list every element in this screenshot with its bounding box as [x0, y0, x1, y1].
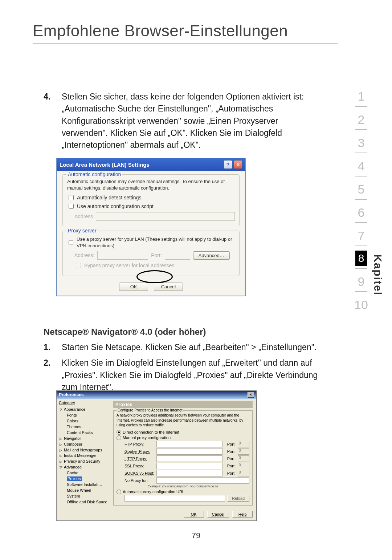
example-text: Example: yourcompany.com, yourcompany.co…	[117, 484, 249, 488]
step-text: Klicken Sie im Dialogfeld Einstellungen …	[62, 358, 318, 392]
dialog-title: Preferences	[59, 392, 84, 397]
port-input[interactable]: 0	[238, 441, 249, 447]
help-icon[interactable]: ?	[224, 160, 232, 169]
chapter-nav-item[interactable]: 5	[352, 176, 370, 199]
reload-button[interactable]: Reload	[227, 495, 249, 502]
port-label: Port:	[225, 442, 236, 446]
chapter-nav-item[interactable]: 9	[352, 269, 370, 291]
radio-auto[interactable]: Automatic proxy configuration URL:	[117, 490, 249, 494]
tree-node[interactable]: Mail and Newsgroups	[64, 448, 102, 452]
chapter-nav-item[interactable]: 6	[352, 200, 370, 222]
tree-node[interactable]: Colors	[59, 418, 110, 424]
port-label: Port:	[225, 449, 236, 454]
ok-button[interactable]: OK	[119, 283, 148, 291]
tree-node[interactable]: Instant Messenger	[64, 453, 97, 458]
tree-node[interactable]: Fonts	[59, 413, 110, 418]
proxy-label: SOCKS v5 Host:	[124, 471, 154, 475]
tree-node[interactable]: Appearance	[64, 407, 85, 411]
chapter-nav-item[interactable]: 2	[352, 107, 370, 129]
tree-node[interactable]: Proxies	[59, 476, 110, 482]
netscape-heading: Netscape® Navigator® 4.0 (oder höher)	[44, 327, 206, 337]
help-button[interactable]: Help	[232, 511, 253, 518]
list-item: 2.Klicken Sie im Dialogfeld Einstellunge…	[44, 357, 319, 393]
auto-url-input[interactable]	[124, 495, 225, 502]
cancel-button[interactable]: Cancel	[154, 283, 183, 291]
auto-script-checkbox[interactable]: Use automatic configuration script	[67, 203, 235, 210]
step-number: 4.	[44, 91, 50, 103]
proxy-host-input[interactable]	[156, 470, 222, 476]
chapter-nav-item[interactable]: 7	[352, 223, 370, 245]
proxy-address-input	[97, 251, 148, 260]
proxy-host-input[interactable]	[156, 441, 222, 447]
proxy-port-input	[165, 251, 190, 260]
chapter-nav-item[interactable]: 10	[352, 292, 370, 315]
proxy-host-input[interactable]	[156, 463, 222, 469]
port-label: Port:	[225, 456, 236, 461]
chapter-nav-item[interactable]: 8	[355, 251, 367, 266]
auto-detect-checkbox[interactable]: Automatically detect settings	[67, 194, 235, 201]
lan-settings-dialog: Local Area Network (LAN) Settings ? × Au…	[56, 158, 246, 296]
port-input[interactable]: 0	[238, 463, 249, 469]
proxy-row: HTTP Proxy:Port:0	[124, 455, 249, 462]
tree-node[interactable]: Composer	[64, 442, 82, 446]
noproxy-label: No Proxy for:	[124, 478, 154, 483]
checkbox-label: Bypass proxy server for local addresses	[84, 263, 174, 268]
ok-button[interactable]: OK	[184, 511, 204, 518]
port-label: Port:	[225, 471, 236, 475]
category-tree[interactable]: Category ▽Appearance FontsColorsThemesCo…	[57, 399, 111, 508]
tree-node[interactable]: Advanced	[64, 465, 82, 469]
cancel-button[interactable]: Cancel	[207, 511, 229, 518]
checkbox-label: Automatically detect settings	[77, 195, 141, 200]
step-4: 4. Stellen Sie sicher, dass keine der fo…	[44, 91, 319, 151]
panel-title: Proxies	[113, 401, 253, 408]
tree-node[interactable]: Themes	[59, 424, 110, 430]
close-icon[interactable]: ×	[248, 392, 254, 398]
nav-separator	[355, 245, 367, 246]
list-item: 1.Starten Sie Netscape. Klicken Sie auf …	[44, 341, 319, 353]
close-icon[interactable]: ×	[234, 160, 242, 169]
group-desc: Automatic configuration may override man…	[67, 178, 235, 191]
chapter-nav-item[interactable]: 1	[352, 84, 370, 106]
tree-node[interactable]: System	[59, 494, 110, 499]
radio-direct[interactable]: Direct connection to the Internet	[117, 430, 249, 435]
proxy-host-input[interactable]	[156, 455, 222, 462]
page-number: 79	[0, 531, 392, 540]
port-label: Port:	[225, 464, 236, 468]
radio-manual[interactable]: Manual proxy configuration	[117, 435, 249, 440]
tree-node[interactable]: Navigator	[64, 436, 81, 441]
category-label: Category	[59, 400, 110, 406]
group-legend: Automatic configuration	[66, 171, 122, 177]
tree-node[interactable]: Mouse Wheel	[59, 488, 110, 494]
proxy-label: Gopher Proxy:	[124, 449, 154, 454]
proxy-port-label: Port:	[151, 252, 162, 258]
tree-node[interactable]: Cache	[59, 470, 110, 476]
dialog-titlebar: Preferences ×	[57, 391, 256, 399]
radio-label: Direct connection to the Internet	[123, 430, 179, 434]
tree-node[interactable]: Offline and Disk Space	[59, 499, 110, 505]
step-text: Stellen Sie sicher, dass keine der folge…	[62, 92, 304, 150]
use-proxy-checkbox[interactable]: Use a proxy server for your LAN (These s…	[67, 236, 235, 249]
proxy-row: FTP Proxy:Port:0	[124, 441, 249, 447]
port-input[interactable]: 0	[238, 455, 249, 462]
port-input[interactable]: 0	[238, 448, 249, 455]
checkbox-label: Use a proxy server for your LAN (These s…	[77, 236, 235, 249]
automatic-config-group: Automatic configuration Automatic config…	[62, 174, 240, 226]
proxy-label: FTP Proxy:	[124, 442, 154, 446]
proxy-row: SSL Proxy:Port:0	[124, 463, 249, 469]
page-title: Empfohlene Browser-Einstellungen	[33, 22, 288, 40]
proxy-server-group: Proxy server Use a proxy server for your…	[62, 231, 240, 276]
tree-node[interactable]: Software Installati…	[59, 482, 110, 488]
tree-node[interactable]: Privacy and Security	[64, 459, 100, 463]
proxy-host-input[interactable]	[156, 448, 222, 455]
proxy-label: SSL Proxy:	[124, 464, 154, 468]
step-text: Starten Sie Netscape. Klicken Sie auf „B…	[62, 342, 317, 352]
chapter-nav-item[interactable]: 4	[352, 153, 370, 176]
address-input	[96, 212, 235, 221]
proxy-row: Gopher Proxy:Port:0	[124, 448, 249, 455]
advanced-button[interactable]: Advanced…	[193, 251, 230, 260]
port-input[interactable]: 0	[238, 470, 249, 476]
tree-node[interactable]: Content Packs	[59, 430, 110, 436]
noproxy-input[interactable]	[156, 477, 249, 484]
preferences-dialog: Preferences × Category ▽Appearance Fonts…	[56, 390, 257, 521]
chapter-nav-item[interactable]: 3	[352, 130, 370, 153]
